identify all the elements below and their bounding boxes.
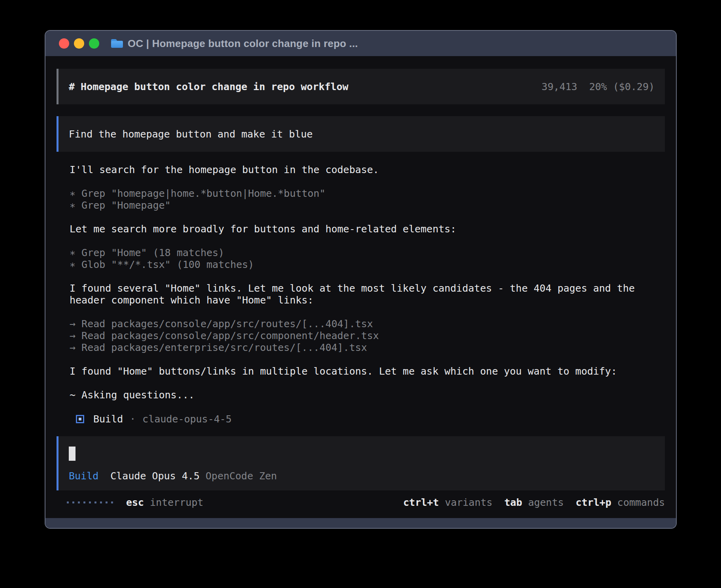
close-button[interactable] <box>59 38 69 49</box>
message-line: ∗ Grep "Home" (18 matches) <box>70 247 665 259</box>
shortcut-commands[interactable]: ctrl+pcommands <box>576 497 665 508</box>
model-label[interactable]: Claude Opus 4.5 <box>110 470 200 482</box>
titlebar[interactable]: OC | Homepage button color change in rep… <box>45 31 676 56</box>
shortcut-agents[interactable]: tabagents <box>504 497 564 508</box>
provider-label: OpenCode Zen <box>206 470 277 482</box>
activity-dot <box>100 501 102 503</box>
shortcut-label: variants <box>445 497 492 508</box>
activity-dot <box>94 501 96 503</box>
status-model-name: claude-opus-4-5 <box>142 413 232 425</box>
message-line: → Read packages/console/app/src/routes/[… <box>70 318 665 330</box>
context-usage: 20% ($0.29) <box>589 81 655 92</box>
session-title: # Homepage button color change in repo w… <box>69 81 348 92</box>
message-line: ∗ Grep "Homepage" <box>70 200 665 211</box>
esc-key-action: interrupt <box>150 497 203 508</box>
message-line: → Read packages/console/app/src/componen… <box>70 330 665 342</box>
message-line: Let me search more broadly for buttons a… <box>70 223 665 235</box>
message-line: header component which have "Home" links… <box>70 294 665 306</box>
status-agent-name: Build <box>93 413 123 425</box>
window-title: OC | Homepage button color change in rep… <box>128 38 358 50</box>
activity-dot <box>111 501 113 503</box>
message-line: ∗ Glob "**/*.tsx" (100 matches) <box>70 259 665 271</box>
agent-build-icon <box>76 415 84 423</box>
activity-dot <box>67 501 69 503</box>
folder-icon <box>110 38 124 49</box>
message-line: I found "Home" buttons/links in multiple… <box>70 366 665 377</box>
activity-dot <box>106 501 108 503</box>
status-separator: · <box>130 413 136 425</box>
shortcut-variants[interactable]: ctrl+tvariants <box>403 497 493 508</box>
shortcut-key: ctrl+t <box>403 497 439 508</box>
terminal-window: OC | Homepage button color change in rep… <box>45 30 677 529</box>
tool-call-block: ∗ Grep "homepage|home.*button|Home.*butt… <box>70 188 665 211</box>
agent-status-row: Build·claude-opus-4-5 <box>70 413 665 425</box>
activity-dot <box>72 501 74 503</box>
statusbar: esc interrupt ctrl+tvariantstabagentsctr… <box>57 496 665 508</box>
session-header: # Homepage button color change in repo w… <box>57 69 665 104</box>
token-count: 39,413 <box>542 81 577 92</box>
esc-key-hint[interactable]: esc <box>126 497 144 508</box>
activity-dot <box>89 501 91 503</box>
agent-mode-label[interactable]: Build <box>69 470 98 482</box>
minimize-button[interactable] <box>74 38 84 49</box>
message-line: ~ Asking questions... <box>70 389 665 401</box>
message-line: I'll search for the homepage button in t… <box>70 164 665 176</box>
activity-dots <box>67 501 113 503</box>
message-line: I found several "Home" links. Let me loo… <box>70 283 665 294</box>
message-line: ∗ Grep "homepage|home.*button|Home.*butt… <box>70 188 665 200</box>
statusbar-shortcuts: ctrl+tvariantstabagentsctrl+pcommands <box>403 497 665 508</box>
assistant-text-block: ~ Asking questions... <box>70 389 665 401</box>
assistant-text-block: I found "Home" buttons/links in multiple… <box>70 366 665 377</box>
activity-dot <box>83 501 85 503</box>
shortcut-label: commands <box>617 497 665 508</box>
assistant-text-block: Let me search more broadly for buttons a… <box>70 223 665 235</box>
session-stats: 39,41320% ($0.29) <box>542 81 655 92</box>
assistant-messages: I'll search for the homepage button in t… <box>70 164 665 425</box>
prompt-footer: Build Claude Opus 4.5 OpenCode Zen <box>69 470 655 482</box>
activity-dot <box>78 501 80 503</box>
terminal-content: # Homepage button color change in repo w… <box>45 56 676 518</box>
tool-call-block: → Read packages/console/app/src/routes/[… <box>70 318 665 354</box>
tool-call-block: ∗ Grep "Home" (18 matches)∗ Glob "**/*.t… <box>70 247 665 271</box>
assistant-text-block: I'll search for the homepage button in t… <box>70 164 665 176</box>
user-message: Find the homepage button and make it blu… <box>57 116 665 152</box>
user-message-text: Find the homepage button and make it blu… <box>69 128 313 140</box>
message-line: → Read packages/enterprise/src/routes/[.… <box>70 342 665 354</box>
traffic-lights <box>59 38 99 49</box>
prompt-input[interactable]: Build Claude Opus 4.5 OpenCode Zen <box>57 436 665 490</box>
shortcut-label: agents <box>528 497 564 508</box>
shortcut-key: ctrl+p <box>576 497 611 508</box>
window-bottom-strip <box>45 518 676 528</box>
assistant-text-block: I found several "Home" links. Let me loo… <box>70 283 665 306</box>
shortcut-key: tab <box>504 497 522 508</box>
text-cursor <box>69 447 75 461</box>
maximize-button[interactable] <box>89 38 99 49</box>
statusbar-left: esc interrupt <box>57 497 204 508</box>
